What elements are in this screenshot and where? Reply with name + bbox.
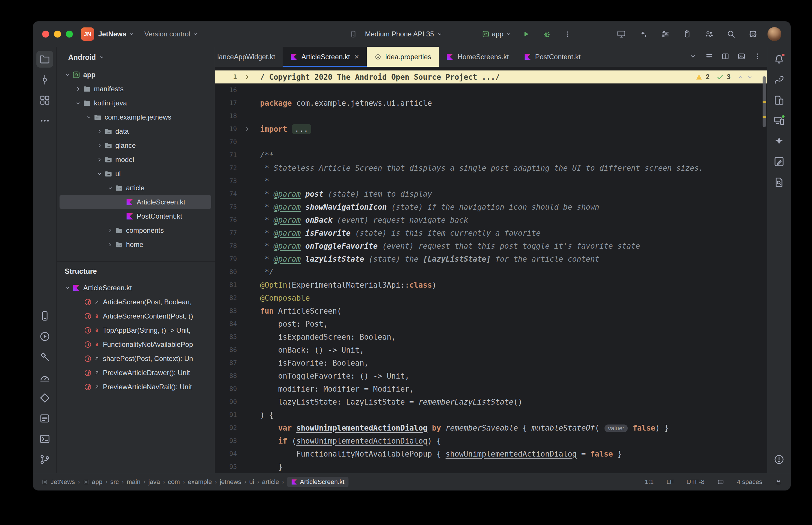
profile-avatar[interactable] — [768, 27, 781, 41]
project-tree-item[interactable]: ui — [60, 167, 211, 181]
next-problem-button[interactable] — [747, 74, 753, 80]
structure-item[interactable]: fArticleScreen(Post, Boolean, — [60, 295, 211, 309]
code-line[interactable]: 93 if (showUnimplementedActionDialog) { — [215, 434, 767, 447]
problems-button[interactable] — [771, 451, 787, 468]
breadcrumb-item[interactable]: ui — [249, 478, 254, 486]
tree-chevron-icon[interactable] — [73, 100, 83, 106]
notifications-button[interactable] — [771, 51, 787, 68]
code-line[interactable]: 18 — [215, 109, 767, 122]
warning-stripe-mark[interactable] — [763, 101, 766, 103]
chevron-right-icon[interactable] — [107, 228, 113, 233]
prev-problem-button[interactable] — [737, 74, 744, 80]
code-line[interactable]: 77 * @param isFavorite (state) is this i… — [215, 226, 767, 239]
editor-scrollbar[interactable] — [762, 67, 767, 473]
ai-assistant-button[interactable] — [637, 28, 650, 41]
tree-chevron-icon[interactable] — [84, 114, 94, 120]
fold-indicator-icon[interactable] — [237, 74, 257, 80]
gemini-button[interactable] — [771, 133, 787, 150]
code-with-me-button[interactable] — [703, 28, 715, 41]
project-tree-item[interactable]: article — [60, 181, 211, 195]
settings-button[interactable] — [747, 28, 759, 41]
code-line[interactable]: 74 * @param post (state) item to display — [215, 188, 767, 200]
vcs-widget[interactable]: Version control — [144, 30, 198, 38]
tree-chevron-icon[interactable] — [105, 228, 115, 233]
zoom-button[interactable] — [66, 31, 73, 38]
code-line[interactable]: 95 } — [215, 460, 767, 473]
file-writable-toggle[interactable] — [775, 479, 782, 485]
code-line[interactable]: 84 post: Post, — [215, 317, 767, 330]
code-line[interactable]: 73 * — [215, 175, 767, 188]
profiler-button[interactable] — [36, 369, 53, 386]
code-line[interactable]: 17package com.example.jetnews.ui.article — [215, 96, 767, 109]
code-area[interactable]: 1/ Copyright 2020 The Android Open Sourc… — [215, 67, 767, 473]
chevron-down-icon[interactable] — [86, 114, 92, 120]
tree-chevron-icon[interactable] — [105, 185, 115, 191]
tab-articlescreen-kt[interactable]: ArticleScreen.kt× — [283, 47, 366, 67]
breadcrumb-item[interactable]: jetnews — [220, 478, 241, 486]
app-quality-insights-button[interactable] — [36, 390, 53, 406]
code-line[interactable]: 92 var showUnimplementedActionDialog by … — [215, 421, 767, 434]
project-tree-item[interactable]: model — [60, 152, 211, 167]
running-devices-button[interactable] — [771, 112, 787, 129]
project-tree-item[interactable]: glance — [60, 138, 211, 152]
close-button[interactable] — [42, 31, 49, 38]
line-separator[interactable]: LF — [666, 478, 674, 486]
project-tree-item[interactable]: manifests — [60, 82, 211, 96]
code-line[interactable]: 71/** — [215, 148, 767, 162]
editor-list-button[interactable] — [705, 52, 713, 61]
fold-indicator-icon[interactable] — [237, 126, 257, 132]
tree-chevron-icon[interactable] — [62, 72, 72, 78]
code-line[interactable]: 80 */ — [215, 265, 767, 279]
device-selector[interactable]: Medium Phone API 35 — [349, 21, 443, 47]
logcat-button[interactable] — [36, 410, 53, 427]
gradle-button[interactable] — [771, 71, 787, 88]
version-control-button[interactable] — [36, 451, 53, 468]
tree-chevron-icon[interactable] — [94, 171, 104, 177]
chevron-right-icon[interactable] — [97, 157, 102, 163]
run-button[interactable] — [520, 28, 532, 41]
chevron-down-icon[interactable] — [97, 171, 102, 177]
sdk-manager-button[interactable] — [659, 28, 671, 41]
code-line[interactable]: 1/ Copyright 2020 The Android Open Sourc… — [215, 71, 767, 84]
screenshot-button[interactable] — [737, 52, 745, 61]
code-line[interactable]: 87 isFavorite: Boolean, — [215, 356, 767, 369]
code-line[interactable]: 86 onBack: () -> Unit, — [215, 343, 767, 356]
warning-stripe-mark[interactable] — [763, 116, 766, 118]
virtual-device-button[interactable] — [681, 28, 694, 41]
code-line[interactable]: 19import ... — [215, 122, 767, 135]
tree-chevron-icon[interactable] — [105, 242, 115, 247]
editor[interactable]: 1/ Copyright 2020 The Android Open Sourc… — [215, 67, 767, 473]
chevron-right-icon[interactable] — [97, 142, 102, 148]
project-tool-button[interactable] — [36, 51, 53, 68]
structure-item[interactable]: fTopAppBar(String, () -> Unit, — [60, 323, 211, 337]
file-encoding[interactable]: UTF-8 — [686, 478, 705, 486]
device-file-edit-button[interactable] — [771, 153, 787, 170]
project-tree-item[interactable]: data — [60, 124, 211, 138]
code-line[interactable]: 75 * @param showNavigationIcon (state) i… — [215, 200, 767, 213]
tree-chevron-icon[interactable] — [94, 157, 104, 163]
code-line[interactable]: 16 — [215, 84, 767, 96]
minimize-button[interactable] — [54, 31, 61, 38]
more-tool-windows-button[interactable] — [36, 112, 53, 129]
indent-config[interactable]: 4 spaces — [737, 478, 762, 486]
tree-chevron-icon[interactable] — [73, 86, 83, 92]
project-tree-item[interactable]: app — [60, 68, 211, 82]
code-line[interactable]: 70 — [215, 135, 767, 148]
code-line[interactable]: 91) { — [215, 408, 767, 421]
chevron-down-icon[interactable] — [107, 185, 113, 191]
code-line[interactable]: 88 onToggleFavorite: () -> Unit, — [215, 369, 767, 382]
project-selector[interactable]: JetNews — [98, 30, 134, 38]
status-widget-button[interactable] — [717, 479, 724, 485]
editor-more-button[interactable] — [754, 52, 762, 61]
tab-lanceappwidget-kt[interactable]: lanceAppWidget.kt — [215, 47, 283, 67]
chevron-right-icon[interactable] — [97, 129, 102, 134]
code-line[interactable]: 79 * @param lazyListState (state) the [L… — [215, 252, 767, 265]
device-mirroring-button[interactable] — [615, 28, 628, 41]
code-line[interactable]: 81@OptIn(ExperimentalMaterial3Api::class… — [215, 279, 767, 291]
close-tab-icon[interactable]: × — [354, 53, 359, 61]
debug-button[interactable] — [541, 28, 553, 41]
chevron-down-icon[interactable] — [64, 285, 70, 291]
chevron-down-icon[interactable] — [75, 100, 81, 106]
tab-idea-properties[interactable]: idea.properties — [367, 47, 439, 67]
project-tree-item[interactable]: PostContent.kt — [60, 209, 211, 223]
